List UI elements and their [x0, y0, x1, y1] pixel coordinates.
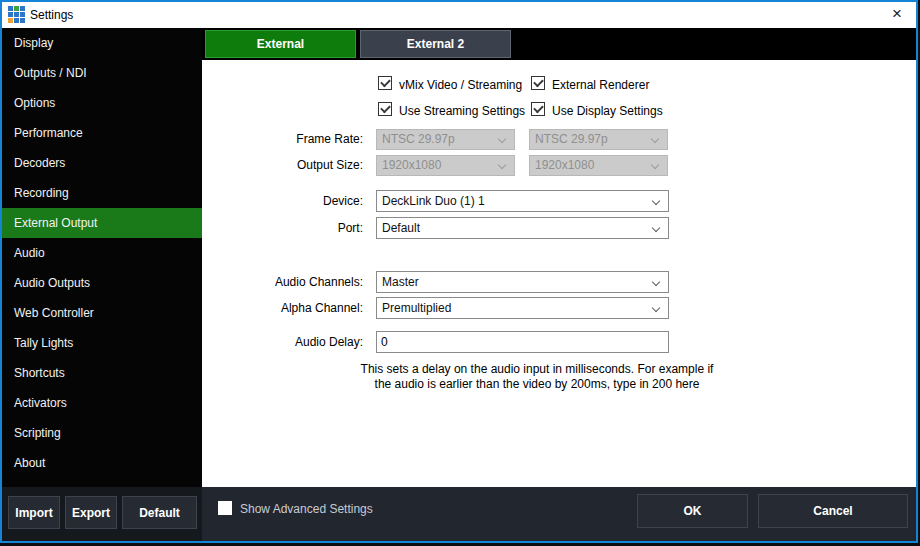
alpha-channel-select[interactable]: Premultiplied: [376, 297, 669, 319]
chevron-down-icon: [651, 135, 659, 143]
tab-external-2[interactable]: External 2: [360, 30, 511, 58]
output-size-select-2[interactable]: 1920x1080: [529, 155, 668, 176]
sidebar-item-decoders[interactable]: Decoders: [2, 148, 202, 178]
audio-delay-help-text: This sets a delay on the audio input in …: [352, 362, 722, 392]
show-advanced-settings-label: Show Advanced Settings: [240, 502, 373, 516]
frame-rate-value-2: NTSC 29.97p: [535, 132, 608, 146]
sidebar-item-web-controller[interactable]: Web Controller: [2, 298, 202, 328]
chevron-down-icon: [652, 224, 660, 232]
external-output-form: vMix Video / Streaming External Renderer…: [202, 60, 916, 487]
sidebar-item-audio-outputs[interactable]: Audio Outputs: [2, 268, 202, 298]
settings-window: Settings × Display Outputs / NDI Options…: [0, 0, 918, 543]
device-value: DeckLink Duo (1) 1: [382, 194, 485, 208]
main-panel: External External 2 vMix Video / Streami…: [202, 28, 916, 541]
sidebar: Display Outputs / NDI Options Performanc…: [2, 28, 202, 541]
frame-rate-select-1[interactable]: NTSC 29.97p: [376, 129, 515, 150]
output-size-value-2: 1920x1080: [535, 158, 594, 172]
sidebar-item-display[interactable]: Display: [2, 28, 202, 58]
audio-channels-select[interactable]: Master: [376, 271, 669, 293]
output-size-select-1[interactable]: 1920x1080: [376, 155, 515, 176]
vmix-video-streaming-label: vMix Video / Streaming: [399, 78, 522, 92]
external-renderer-label: External Renderer: [552, 78, 649, 92]
output-size-value-1: 1920x1080: [382, 158, 441, 172]
alpha-channel-value: Premultiplied: [382, 301, 451, 315]
chevron-down-icon: [652, 197, 660, 205]
vmix-video-streaming-checkbox[interactable]: [378, 76, 392, 90]
device-select[interactable]: DeckLink Duo (1) 1: [376, 190, 669, 212]
sidebar-item-performance[interactable]: Performance: [2, 118, 202, 148]
frame-rate-select-2[interactable]: NTSC 29.97p: [529, 129, 668, 150]
vmix-logo-icon: [8, 6, 25, 23]
use-display-settings-checkbox[interactable]: [531, 102, 545, 116]
audio-channels-label: Audio Channels:: [202, 275, 363, 289]
port-label: Port:: [202, 221, 363, 235]
ok-button[interactable]: OK: [637, 494, 748, 528]
use-streaming-settings-label: Use Streaming Settings: [399, 104, 525, 118]
import-button[interactable]: Import: [8, 496, 60, 529]
tab-external[interactable]: External: [205, 30, 356, 58]
use-display-settings-label: Use Display Settings: [552, 104, 663, 118]
chevron-down-icon: [651, 161, 659, 169]
footer-bar: Show Advanced Settings OK Cancel: [202, 487, 916, 541]
close-icon[interactable]: ×: [882, 2, 912, 28]
use-streaming-settings-checkbox[interactable]: [378, 102, 392, 116]
titlebar: Settings ×: [2, 2, 916, 28]
sidebar-item-tally-lights[interactable]: Tally Lights: [2, 328, 202, 358]
sidebar-item-outputs-ndi[interactable]: Outputs / NDI: [2, 58, 202, 88]
sidebar-footer: Import Export Default: [2, 487, 202, 541]
sidebar-item-shortcuts[interactable]: Shortcuts: [2, 358, 202, 388]
sidebar-item-options[interactable]: Options: [2, 88, 202, 118]
device-label: Device:: [202, 194, 363, 208]
chevron-down-icon: [498, 161, 506, 169]
sidebar-item-about[interactable]: About: [2, 448, 202, 478]
chevron-down-icon: [652, 304, 660, 312]
audio-delay-input[interactable]: [376, 331, 669, 353]
sidebar-item-external-output[interactable]: External Output: [2, 208, 202, 238]
show-advanced-settings-checkbox[interactable]: [218, 501, 232, 515]
audio-channels-value: Master: [382, 275, 419, 289]
sidebar-item-scripting[interactable]: Scripting: [2, 418, 202, 448]
frame-rate-label: Frame Rate:: [202, 132, 363, 146]
port-value: Default: [382, 221, 420, 235]
chevron-down-icon: [652, 278, 660, 286]
output-size-label: Output Size:: [202, 158, 363, 172]
sidebar-item-audio[interactable]: Audio: [2, 238, 202, 268]
chevron-down-icon: [498, 135, 506, 143]
port-select[interactable]: Default: [376, 217, 669, 239]
default-button[interactable]: Default: [122, 496, 197, 529]
alpha-channel-label: Alpha Channel:: [202, 301, 363, 315]
external-renderer-checkbox[interactable]: [531, 76, 545, 90]
frame-rate-value-1: NTSC 29.97p: [382, 132, 455, 146]
cancel-button[interactable]: Cancel: [758, 494, 908, 528]
window-title: Settings: [30, 8, 73, 22]
sidebar-item-recording[interactable]: Recording: [2, 178, 202, 208]
audio-delay-label: Audio Delay:: [202, 335, 363, 349]
sidebar-item-activators[interactable]: Activators: [2, 388, 202, 418]
export-button[interactable]: Export: [65, 496, 117, 529]
